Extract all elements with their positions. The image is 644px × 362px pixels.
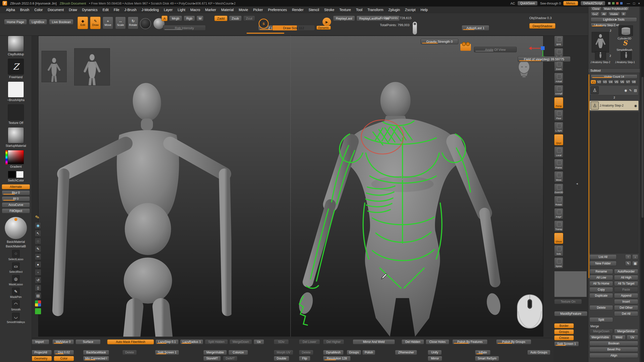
subtool-button[interactable]: ▦ xyxy=(632,261,638,266)
quick-brush[interactable]: ◎ MaskLasso xyxy=(9,275,23,286)
tray-button[interactable]: MergeVisible xyxy=(203,350,227,355)
left-shelf-button[interactable]: Blur 0 xyxy=(2,190,30,195)
cylinder-thumbnail[interactable] xyxy=(619,25,633,36)
right-shelf-button[interactable]: Rotate xyxy=(554,196,563,207)
tray-button[interactable]: Polish xyxy=(362,350,375,355)
tray-button[interactable]: Dist 0.02 xyxy=(54,350,74,355)
right-shelf-button[interactable]: Zoom3D xyxy=(554,184,563,195)
panel-header-button[interactable]: R xyxy=(621,12,626,16)
simplebrush-icon[interactable]: S xyxy=(623,39,627,47)
version-tab[interactable]: V4 xyxy=(608,80,613,84)
secondary-color-swatch[interactable] xyxy=(16,171,24,178)
version-tab[interactable]: V5 xyxy=(614,80,619,84)
quick-brush[interactable]: ✎ MaskPen xyxy=(10,288,22,298)
right-shelf-button[interactable]: Zoom xyxy=(554,60,563,71)
right-shelf-button[interactable]: Move xyxy=(554,171,563,182)
canvas-strip-icon[interactable]: ↖ xyxy=(35,230,41,237)
right-shelf-button[interactable]: AAHalf xyxy=(554,85,563,96)
list-icon[interactable]: ▤ xyxy=(633,88,637,92)
subtool-button[interactable]: All Low xyxy=(589,275,613,280)
subtool-button[interactable]: All To Target xyxy=(614,281,638,286)
version-tab[interactable]: V2 xyxy=(596,80,602,84)
right-shelf-button[interactable]: Ghost xyxy=(554,233,563,244)
quick-brush[interactable]: ◠ Smooth xyxy=(11,300,21,311)
deep-shadow-button[interactable]: DeepShadow xyxy=(529,23,555,29)
split-screen-slider[interactable]: Split Screen 1 xyxy=(554,341,579,346)
quick-brush[interactable]: ◡ SmoothValleys xyxy=(7,313,25,324)
version-tab[interactable]: V8 xyxy=(631,80,636,84)
picker-item[interactable]: Texture Off xyxy=(8,104,24,125)
side-toggle-button[interactable]: Groups xyxy=(554,329,574,334)
visibility-eye-icon[interactable]: ◉ xyxy=(634,104,637,108)
tool-name-slider[interactable]: J Anatomy Step-2. 48 xyxy=(591,23,617,27)
tray-button[interactable]: Auto Groups xyxy=(527,350,550,355)
version-tab[interactable]: V1 xyxy=(591,80,596,84)
tray-button[interactable]: Import xyxy=(30,339,49,344)
menu-item[interactable]: Marker xyxy=(203,7,219,13)
quicksave-button[interactable]: QuickSave xyxy=(517,1,538,6)
window-control-button[interactable]: □ xyxy=(632,2,637,5)
mask-by-feature-button[interactable]: MaskByFeature xyxy=(554,311,587,316)
panel-header-button[interactable]: Make PolyMesh3D xyxy=(602,7,629,11)
right-shelf-button[interactable]: Actual xyxy=(554,73,563,84)
side-toggle-button[interactable]: Border xyxy=(554,323,574,328)
right-shelf-button[interactable]: L.Sym xyxy=(554,122,563,133)
tray-button[interactable]: Auto Mask FiberMesh xyxy=(107,339,154,344)
subtool-section-header[interactable]: Subtool xyxy=(588,68,640,73)
right-shelf-button[interactable]: Persp xyxy=(554,97,563,108)
recent-tool-thumbnail[interactable] xyxy=(621,51,632,60)
tray-button[interactable]: Mirror xyxy=(428,356,442,361)
rgb-button[interactable]: Rgb xyxy=(184,16,195,21)
picker-item[interactable]: ~BrushAlpha xyxy=(7,81,24,102)
angle-of-view-slider[interactable]: Angle Of View xyxy=(474,47,517,52)
menu-item[interactable]: J-Brush xyxy=(122,7,139,13)
menu-item[interactable]: Macro xyxy=(188,7,203,13)
replay-last-rel-button[interactable]: ReplayLastRel xyxy=(356,16,383,21)
subtool-button[interactable]: All To Home xyxy=(589,281,613,286)
tray-button[interactable]: Polish By Features xyxy=(452,339,488,344)
subtool-button[interactable]: MergeDown xyxy=(589,329,613,334)
tray-button[interactable]: Delete xyxy=(122,350,137,355)
dynamic-toggle[interactable]: Dynamic xyxy=(316,26,331,30)
canvas-strip-icon[interactable] xyxy=(35,308,41,314)
color-swatch-icon[interactable] xyxy=(616,2,619,5)
subtool-row-selected[interactable]: ♙ J Anatomy Step-2 ◉ xyxy=(589,101,639,111)
texture-on-button[interactable]: Texture On xyxy=(554,299,582,304)
subtool-button[interactable]: Delete xyxy=(589,305,613,310)
panel-scrollbar[interactable] xyxy=(641,7,644,362)
tray-button[interactable]: ProjectAll xyxy=(30,350,52,355)
recent-tool-thumbnail[interactable] xyxy=(595,51,606,60)
subtool-button[interactable]: Copy xyxy=(589,287,613,292)
zadd-button[interactable]: Zadd xyxy=(214,16,227,21)
tray-button[interactable]: DelMT xyxy=(223,356,237,361)
tray-button[interactable]: Split Screen 1 xyxy=(155,350,179,355)
right-shelf-button[interactable]: Transp xyxy=(554,220,563,232)
subtool-row[interactable]: ♙ ◉ ✎ ▤ xyxy=(589,85,639,95)
subtool-button[interactable]: MergeVisible xyxy=(589,335,611,340)
tray-button[interactable]: DynaMesh xyxy=(323,350,344,355)
gravity-direction-widget[interactable] xyxy=(413,22,417,35)
tray-button[interactable]: Morph UV xyxy=(274,350,293,355)
menu-item[interactable]: Transform xyxy=(365,7,386,13)
tray-button[interactable]: Uv xyxy=(254,339,264,344)
canvas-strip-icon[interactable]: ↺ xyxy=(35,277,41,283)
version-tab[interactable]: V6 xyxy=(620,80,625,84)
color-swatch-icon[interactable] xyxy=(612,2,615,5)
subtool-button[interactable]: Weld xyxy=(612,335,626,340)
zsub-button[interactable]: Zsub xyxy=(229,16,242,21)
subtool-button[interactable]: Append xyxy=(614,293,638,298)
menu-item[interactable]: Zscript xyxy=(403,7,418,13)
subtool-button[interactable]: ✎ xyxy=(625,261,631,266)
subtool-button[interactable]: ↓ xyxy=(632,254,638,259)
subtool-button[interactable]: Split xyxy=(589,317,613,322)
left-shelf-button[interactable]: Alternate xyxy=(2,184,30,189)
picker-item[interactable]: StartupMaterial xyxy=(6,127,26,148)
menu-item[interactable]: Help xyxy=(418,7,430,13)
right-shelf-button[interactable]: Xpose xyxy=(554,257,563,268)
panel-header-button[interactable]: Visible xyxy=(608,12,620,16)
tray-button[interactable]: BackfaceMask xyxy=(83,350,109,355)
zcut-button[interactable]: Zcut xyxy=(243,16,255,21)
document-thumbnail-2[interactable] xyxy=(74,48,110,85)
tray-button[interactable]: SDiv xyxy=(274,339,289,344)
draw-size-slider[interactable]: Draw Size 112 xyxy=(272,25,315,31)
